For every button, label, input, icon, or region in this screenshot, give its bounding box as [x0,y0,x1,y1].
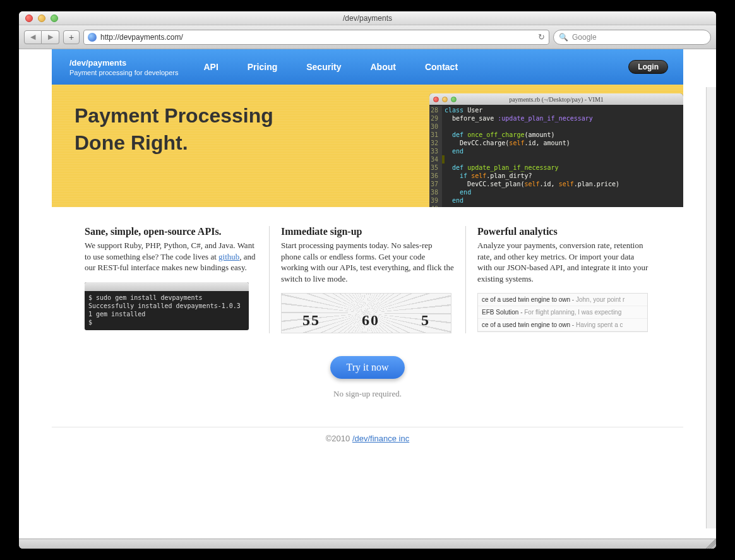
code-body: 28class User29 before_save :update_plan_… [429,105,683,207]
features: Sane, simple, open-source APIs. We suppo… [52,207,683,349]
analytics-snippet: ce of a used twin engine to own - John, … [477,293,648,332]
login-button[interactable]: Login [628,60,668,74]
feature-body: Start processing payments today. No sale… [281,240,454,284]
feature-apis: Sane, simple, open-source APIs. We suppo… [73,226,269,333]
nav-contact[interactable]: Contact [425,62,458,72]
back-button[interactable]: ◀ [24,30,42,44]
search-placeholder: Google [572,33,597,42]
feature-analytics: Powerful analytics Analyze your payments… [466,226,662,333]
feature-title: Immediate sign-up [281,226,454,237]
minimize-icon[interactable] [38,15,45,22]
feature-title: Sane, simple, open-source APIs. [85,226,258,237]
footer: ©2010 /dev/finance inc [52,427,683,462]
code-titlebar: payments.rb (~/Desktop/pay) - VIM1 [429,93,683,105]
brand[interactable]: /dev/payments Payment processing for dev… [69,58,178,76]
code-editor: payments.rb (~/Desktop/pay) - VIM1 28cla… [429,93,683,207]
scrollbar[interactable] [706,87,716,528]
code-title: payments.rb (~/Desktop/pay) - VIM1 [429,96,683,103]
terminal-header [85,282,249,291]
search-field[interactable]: 🔍 Google [553,30,711,45]
url-bar[interactable]: http://devpayments.com/ ↻ [83,30,549,45]
toolbar: ◀ ▶ + http://devpayments.com/ ↻ 🔍 Google [19,25,716,49]
forward-button[interactable]: ▶ [42,30,59,44]
feature-signup: Immediate sign-up Start processing payme… [269,226,466,333]
statusbar [19,539,716,549]
search-icon: 🔍 [559,33,568,42]
hero-headline: Payment Processing Done Right. [75,102,273,157]
footer-link[interactable]: /dev/finance inc [352,434,409,443]
cta: Try it now No sign-up required. [52,349,683,424]
viewport: /dev/payments Payment processing for dev… [19,49,716,539]
nav-api[interactable]: API [203,62,218,72]
feature-body: Analyze your payments, conversion rate, … [477,240,650,284]
main-nav: API Pricing Security About Contact [203,62,458,72]
try-it-now-button[interactable]: Try it now [330,356,405,379]
nav-security[interactable]: Security [306,62,341,72]
feature-body: We support Ruby, PHP, Python, C#, and Ja… [85,240,258,273]
nav-buttons: ◀ ▶ [24,30,59,44]
nav-pricing[interactable]: Pricing [248,62,277,72]
zoom-icon[interactable] [51,15,58,22]
window-title: /dev/payments [19,14,716,23]
clock-image: 55 60 5 [281,293,451,333]
page: /dev/payments Payment processing for dev… [52,49,683,424]
brand-name: /dev/payments [69,58,178,68]
terminal-snippet: $ sudo gem install devpaymentsSuccessful… [85,282,249,330]
globe-icon [88,33,97,42]
titlebar: /dev/payments [19,11,716,25]
nav-about[interactable]: About [371,62,396,72]
close-icon[interactable] [25,15,33,22]
hero: Payment Processing Done Right. payments.… [52,85,683,207]
url-text: http://devpayments.com/ [100,33,534,42]
reload-icon[interactable]: ↻ [538,32,545,42]
github-link[interactable]: github [218,252,239,261]
cta-subtext: No sign-up required. [52,389,683,399]
site-header: /dev/payments Payment processing for dev… [52,49,683,85]
feature-title: Powerful analytics [477,226,650,237]
window-controls [19,15,58,22]
brand-tagline: Payment processing for developers [69,69,178,76]
browser-window: /dev/payments ◀ ▶ + http://devpayments.c… [19,11,716,549]
resize-handle[interactable] [706,539,716,549]
add-bookmark-button[interactable]: + [63,30,80,44]
